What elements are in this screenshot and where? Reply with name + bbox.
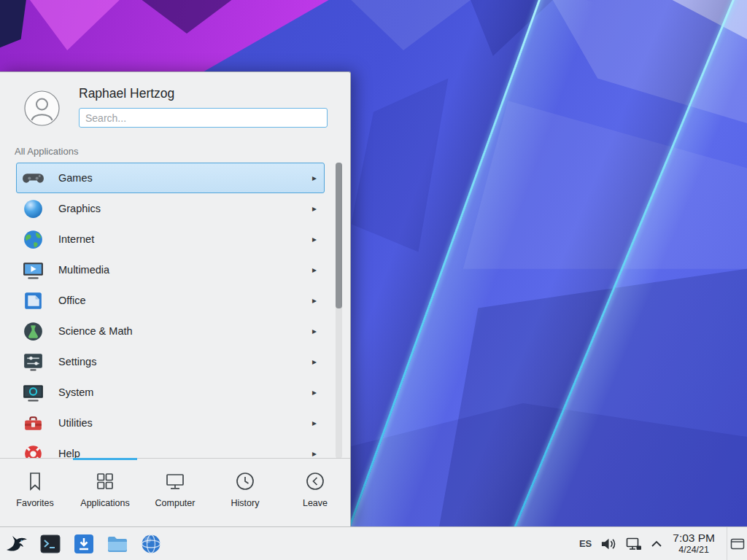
category-item-graphics[interactable]: Graphics ▸ xyxy=(16,193,325,224)
section-label: All Applications xyxy=(15,146,78,157)
category-item-games[interactable]: Games ▸ xyxy=(16,163,325,193)
desktop: Raphael Hertzog All Applications Games ▸… xyxy=(0,0,747,560)
leave-icon xyxy=(304,470,326,492)
category-label: Games xyxy=(58,172,93,184)
web-browser-icon xyxy=(139,532,163,556)
category-item-office[interactable]: Office ▸ xyxy=(16,285,325,316)
category-item-utilities[interactable]: Utilities ▸ xyxy=(16,408,325,438)
taskbar-app-file-manager[interactable] xyxy=(106,532,129,556)
application-category-list: Games ▸ Graphics ▸ Internet ▸ xyxy=(16,163,325,459)
tab-history[interactable]: History xyxy=(210,459,280,526)
volume-control[interactable] xyxy=(600,537,617,551)
bookmark-icon xyxy=(24,470,46,492)
user-icon xyxy=(24,90,60,126)
network-icon xyxy=(626,537,642,551)
category-label: Settings xyxy=(58,356,96,368)
sphere-icon xyxy=(21,197,45,221)
tab-label: Applications xyxy=(80,498,129,508)
submenu-arrow-icon: ▸ xyxy=(312,326,317,336)
toolbox-icon xyxy=(21,411,45,435)
category-label: Utilities xyxy=(58,417,93,429)
tab-favorites[interactable]: Favorites xyxy=(0,459,70,526)
category-item-internet[interactable]: Internet ▸ xyxy=(16,224,325,254)
category-label: Help xyxy=(58,448,80,459)
folder-icon xyxy=(106,532,129,556)
globe-icon xyxy=(21,228,45,252)
sliders-icon xyxy=(21,350,45,374)
tab-label: History xyxy=(231,498,260,508)
taskbar-app-terminal[interactable] xyxy=(39,532,62,556)
volume-icon xyxy=(600,537,617,551)
tab-label: Computer xyxy=(155,498,196,508)
submenu-arrow-icon: ▸ xyxy=(312,387,317,397)
apps-grid-icon xyxy=(94,470,116,492)
computer-icon xyxy=(164,470,186,492)
terminal-icon xyxy=(39,532,62,556)
lifebuoy-icon xyxy=(21,442,45,459)
gamepad-icon xyxy=(21,166,45,190)
show-desktop-icon xyxy=(730,538,745,550)
user-name: Raphael Hertzog xyxy=(79,86,174,101)
tab-computer[interactable]: Computer xyxy=(140,459,210,526)
submenu-arrow-icon: ▸ xyxy=(312,234,317,244)
taskbar-app-software-center[interactable] xyxy=(72,532,96,556)
clock-date: 4/24/21 xyxy=(673,545,715,555)
taskbar-app-browser[interactable] xyxy=(139,532,163,556)
system-tray: ES 7:03 PM 4/24/21 xyxy=(579,527,747,560)
category-item-system[interactable]: System ▸ xyxy=(16,377,325,408)
scrollbar-thumb[interactable] xyxy=(336,163,342,308)
taskbar: ES 7:03 PM 4/24/21 xyxy=(0,526,747,560)
launcher-tab-bar: Favorites Applications Computer History xyxy=(0,458,350,526)
submenu-arrow-icon: ▸ xyxy=(312,418,317,428)
show-desktop-button[interactable] xyxy=(727,527,747,560)
clock[interactable]: 7:03 PM 4/24/21 xyxy=(673,532,715,555)
scrollbar[interactable] xyxy=(336,163,342,459)
tray-expander[interactable] xyxy=(651,540,662,548)
flask-icon xyxy=(21,319,45,343)
category-label: Science & Math xyxy=(58,325,133,337)
clock-icon xyxy=(234,470,256,492)
search-input[interactable] xyxy=(79,108,328,128)
category-item-help[interactable]: Help ▸ xyxy=(16,438,325,459)
category-item-multimedia[interactable]: Multimedia ▸ xyxy=(16,254,325,285)
category-item-science-math[interactable]: Science & Math ▸ xyxy=(16,316,325,346)
keyboard-layout-indicator[interactable]: ES xyxy=(579,538,592,549)
kali-launcher-icon xyxy=(5,532,28,556)
category-label: Office xyxy=(58,295,86,306)
chevron-up-icon xyxy=(651,540,662,548)
submenu-arrow-icon: ▸ xyxy=(312,203,317,214)
submenu-arrow-icon: ▸ xyxy=(312,265,317,275)
submenu-arrow-icon: ▸ xyxy=(312,357,317,367)
application-launcher-popup: Raphael Hertzog All Applications Games ▸… xyxy=(0,71,351,526)
category-label: Graphics xyxy=(58,203,101,214)
tab-applications[interactable]: Applications xyxy=(70,459,140,526)
category-label: Multimedia xyxy=(58,264,109,276)
tab-label: Leave xyxy=(303,498,328,508)
taskbar-app-icons xyxy=(0,532,163,556)
user-avatar[interactable] xyxy=(24,90,60,126)
media-player-icon xyxy=(21,258,45,282)
submenu-arrow-icon: ▸ xyxy=(312,295,317,306)
taskbar-app-launcher[interactable] xyxy=(5,532,28,556)
clock-time: 7:03 PM xyxy=(673,532,715,545)
category-label: System xyxy=(58,386,93,398)
submenu-arrow-icon: ▸ xyxy=(312,173,317,183)
network-control[interactable] xyxy=(626,537,642,551)
tab-label: Favorites xyxy=(16,498,53,508)
category-item-settings[interactable]: Settings ▸ xyxy=(16,346,325,377)
system-monitor-icon xyxy=(21,381,45,405)
software-center-icon xyxy=(72,532,96,556)
document-icon xyxy=(21,289,45,313)
submenu-arrow-icon: ▸ xyxy=(312,448,317,459)
category-label: Internet xyxy=(58,233,94,245)
tab-leave[interactable]: Leave xyxy=(280,459,350,526)
